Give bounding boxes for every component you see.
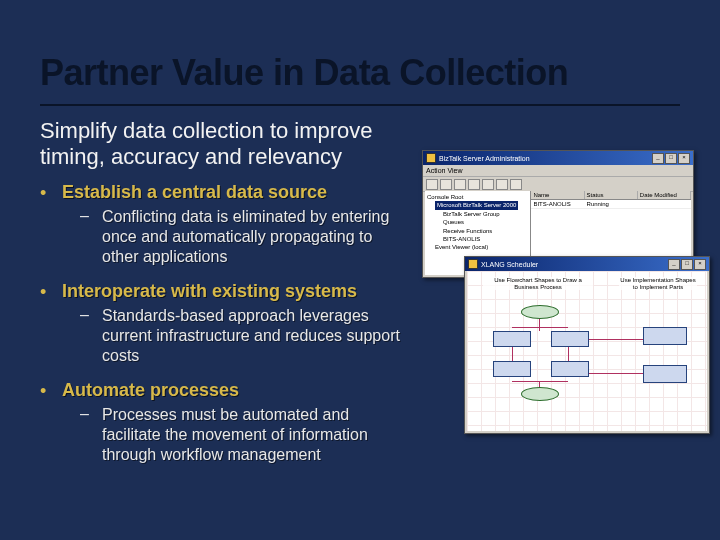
bullet-2-heading: Interoperate with existing systems xyxy=(62,281,410,302)
admin-menubar: Action View xyxy=(423,165,693,177)
slide: Partner Value in Data Collection Simplif… xyxy=(0,0,720,540)
cell-name: BITS-ANOLIS xyxy=(531,200,584,208)
bullet-dot-icon: • xyxy=(40,382,46,400)
col-status: Status xyxy=(585,191,638,199)
toolbar-button xyxy=(454,179,466,190)
close-icon: × xyxy=(678,153,690,164)
canvas-label-left: Use Flowchart Shapes to Draw a Business … xyxy=(483,277,593,290)
dash-icon: – xyxy=(80,405,89,423)
connector-icon xyxy=(512,327,568,328)
title-underline xyxy=(40,104,680,106)
subbullet-3-1-text: Processes must be automated and facilita… xyxy=(102,405,410,465)
connector-icon xyxy=(512,347,513,361)
minimize-icon: _ xyxy=(652,153,664,164)
flow-port-icon xyxy=(643,365,687,383)
cell-date xyxy=(638,200,691,208)
connector-icon xyxy=(539,319,540,331)
bullet-1: • Establish a central data source – Conf… xyxy=(40,182,410,267)
connector-icon xyxy=(568,347,569,361)
bullet-dot-icon: • xyxy=(40,184,46,202)
subbullet-3-1: – Processes must be automated and facili… xyxy=(80,405,410,465)
toolbar-button xyxy=(482,179,494,190)
slide-subtitle: Simplify data collection to improve timi… xyxy=(40,118,400,171)
flow-step-icon xyxy=(551,361,589,377)
bullet-list: • Establish a central data source – Conf… xyxy=(40,182,410,479)
cell-status: Running xyxy=(585,200,638,208)
canvas-label-right: Use Implementation Shapes to Implement P… xyxy=(619,277,697,290)
designer-window: XLANG Scheduler _ □ × Use Flowchart Shap… xyxy=(464,256,710,434)
flow-start-icon xyxy=(521,305,559,319)
connector-icon xyxy=(589,373,643,374)
bullet-dot-icon: • xyxy=(40,283,46,301)
designer-titlebar: XLANG Scheduler _ □ × xyxy=(465,257,709,271)
bullet-1-heading: Establish a central data source xyxy=(62,182,410,203)
maximize-icon: □ xyxy=(681,259,693,270)
list-header: Name Status Date Modified xyxy=(531,191,691,200)
col-name: Name xyxy=(531,191,584,199)
col-date: Date Modified xyxy=(638,191,691,199)
flow-step-icon xyxy=(551,331,589,347)
flow-step-icon xyxy=(493,331,531,347)
close-icon: × xyxy=(694,259,706,270)
admin-title-text: BizTalk Server Administration xyxy=(439,155,651,162)
flow-end-icon xyxy=(521,387,559,401)
toolbar-button xyxy=(426,179,438,190)
tree-server: Microsoft BizTalk Server 2000 xyxy=(435,201,518,209)
slide-title: Partner Value in Data Collection xyxy=(40,52,720,94)
connector-icon xyxy=(539,381,540,387)
dash-icon: – xyxy=(80,207,89,225)
maximize-icon: □ xyxy=(665,153,677,164)
bullet-2: • Interoperate with existing systems – S… xyxy=(40,281,410,366)
bullet-3-heading: Automate processes xyxy=(62,380,410,401)
app-icon xyxy=(426,153,436,163)
designer-canvas: Use Flowchart Shapes to Draw a Business … xyxy=(467,271,707,431)
toolbar-button xyxy=(496,179,508,190)
minimize-icon: _ xyxy=(668,259,680,270)
tree-node: BITS-ANOLIS xyxy=(427,235,528,243)
toolbar-button xyxy=(468,179,480,190)
toolbar-button xyxy=(510,179,522,190)
flow-port-icon xyxy=(643,327,687,345)
list-row: BITS-ANOLIS Running xyxy=(531,200,691,209)
tree-root: Console Root xyxy=(427,193,528,201)
tree-group: BizTalk Server Group xyxy=(427,210,528,218)
connector-icon xyxy=(512,381,568,382)
screenshot-stack: BizTalk Server Administration _ □ × Acti… xyxy=(422,150,710,440)
subbullet-2-1-text: Standards-based approach leverages curre… xyxy=(102,306,410,366)
toolbar-button xyxy=(440,179,452,190)
subbullet-1-1-text: Conflicting data is eliminated by enteri… xyxy=(102,207,410,267)
tree-node: Queues xyxy=(427,218,528,226)
dash-icon: – xyxy=(80,306,89,324)
app-icon xyxy=(468,259,478,269)
subbullet-2-1: – Standards-based approach leverages cur… xyxy=(80,306,410,366)
tree-leaf: Event Viewer (local) xyxy=(427,243,528,251)
admin-toolbar xyxy=(423,177,693,192)
tree-node: Receive Functions xyxy=(427,227,528,235)
subbullet-1-1: – Conflicting data is eliminated by ente… xyxy=(80,207,410,267)
designer-title-text: XLANG Scheduler xyxy=(481,261,667,268)
admin-titlebar: BizTalk Server Administration _ □ × xyxy=(423,151,693,165)
flow-step-icon xyxy=(493,361,531,377)
connector-icon xyxy=(589,339,643,340)
title-area: Partner Value in Data Collection xyxy=(0,52,720,94)
bullet-3: • Automate processes – Processes must be… xyxy=(40,380,410,465)
